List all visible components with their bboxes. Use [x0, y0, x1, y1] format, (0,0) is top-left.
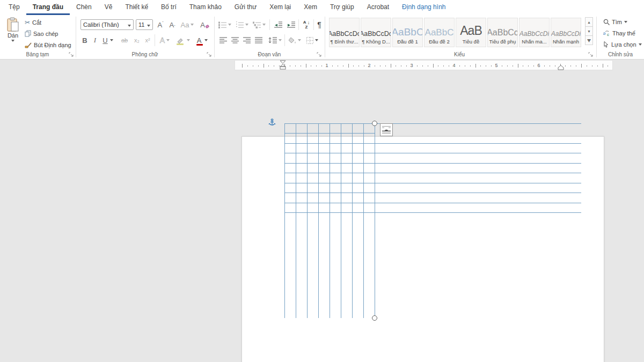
style-card-3[interactable]: AaBbCĐầu đề 2: [424, 18, 455, 47]
layout-options-icon: [382, 125, 391, 135]
tab-tệp[interactable]: Tệp: [2, 0, 26, 15]
strikethrough-button[interactable]: ab: [119, 34, 130, 46]
paste-button[interactable]: Dán: [4, 17, 22, 50]
tab-chèn[interactable]: Chèn: [70, 0, 98, 15]
copy-button[interactable]: Sao chép: [25, 30, 58, 37]
style-scroll-up-button[interactable]: ▴: [585, 17, 593, 27]
pilcrow-button[interactable]: ¶: [316, 19, 323, 30]
highlight-button[interactable]: [175, 34, 191, 46]
bullets-button[interactable]: [218, 19, 232, 30]
style-label: Tiêu đề: [463, 39, 479, 45]
ruler-tick: [428, 65, 428, 67]
subscript-button[interactable]: x₂: [132, 34, 142, 46]
tab-thiết-kế[interactable]: Thiết kế: [119, 0, 155, 15]
style-card-5[interactable]: AaBbCcTiêu đề phụ: [487, 18, 518, 47]
text-effects-button[interactable]: A: [158, 34, 172, 46]
style-preview: AaBbCcDi: [551, 31, 581, 37]
tab-vẽ[interactable]: Vẽ: [98, 0, 119, 15]
find-dropdown-icon[interactable]: [624, 21, 627, 23]
multilevel-list-button[interactable]: [252, 19, 266, 30]
select-dropdown-icon[interactable]: [639, 43, 642, 46]
clear-formatting-button[interactable]: A: [200, 19, 210, 30]
select-button[interactable]: Lựa chọn: [603, 41, 642, 48]
style-scroll-down-button[interactable]: ▾: [585, 26, 593, 36]
tab-trang-đầu[interactable]: Trang đầu: [26, 0, 70, 15]
increase-indent-button[interactable]: [286, 19, 296, 30]
selection-handle-top[interactable]: [372, 121, 377, 126]
ruler-tick: [544, 65, 545, 67]
find-button[interactable]: Tìm: [603, 19, 627, 25]
tab-trợ-giúp[interactable]: Trợ giúp: [324, 0, 361, 15]
shading-button[interactable]: [288, 34, 302, 46]
superscript-button[interactable]: x²: [143, 34, 152, 46]
italic-button[interactable]: I: [91, 34, 99, 46]
borders-button[interactable]: [305, 34, 320, 46]
ruler-tick: [587, 65, 587, 67]
copy-icon: [25, 30, 31, 37]
format-painter-button[interactable]: Bút Định dạng: [25, 41, 71, 48]
bold-button[interactable]: B: [80, 34, 89, 46]
font-color-button[interactable]: A: [194, 34, 210, 46]
font-size-dropdown-icon[interactable]: [145, 21, 150, 28]
tab-định-dạng-hình[interactable]: Định dạng hình: [396, 0, 452, 15]
tab-xem[interactable]: Xem: [297, 0, 324, 15]
layout-options-button[interactable]: [380, 123, 393, 136]
ruler-tick: [306, 64, 306, 68]
ruler-tick: [555, 65, 555, 67]
cut-icon: ✂: [25, 19, 30, 26]
line-spacing-icon: [268, 37, 277, 43]
ruler-tick: [597, 65, 598, 67]
clipboard-dialog-launcher-icon[interactable]: [69, 52, 74, 57]
ruler-indent-markers[interactable]: [280, 60, 286, 70]
paste-clipboard-icon: [6, 17, 19, 32]
style-gallery-more-button[interactable]: ▬▾: [585, 35, 593, 45]
numbering-button[interactable]: [235, 19, 249, 30]
style-card-1[interactable]: AaBbCcDc¶ Không D...: [361, 18, 391, 47]
ruler-tick: [491, 65, 492, 67]
ruler-tick: [332, 65, 333, 67]
tab-xem-lại[interactable]: Xem lại: [263, 0, 297, 15]
font-name-dropdown-icon[interactable]: [126, 21, 131, 28]
format-painter-icon: [25, 41, 32, 48]
align-left-button[interactable]: [218, 34, 229, 46]
font-size-combo[interactable]: 11: [136, 19, 153, 30]
styles-dialog-launcher-icon[interactable]: [588, 52, 594, 57]
decrease-indent-button[interactable]: [273, 19, 283, 30]
style-label: ¶ Bình thư...: [330, 39, 358, 45]
borders-icon: [306, 37, 313, 44]
shrink-font-button[interactable]: Aˇ: [167, 19, 177, 30]
align-justify-button[interactable]: [253, 34, 264, 46]
cut-button[interactable]: ✂ Cắt: [25, 19, 41, 26]
font-dialog-launcher-icon[interactable]: [207, 52, 212, 57]
tab-gửi-thư[interactable]: Gửi thư: [228, 0, 263, 15]
ruler[interactable]: 123456: [235, 60, 613, 70]
sort-button[interactable]: A↓ Z: [301, 19, 312, 30]
align-right-button[interactable]: [241, 34, 252, 46]
change-case-button[interactable]: Aa: [181, 19, 193, 30]
style-card-6[interactable]: AaBbCcDiNhấn ma...: [519, 18, 550, 47]
grid-horizontal-line: [284, 183, 581, 183]
selection-handle-bottom[interactable]: [372, 315, 377, 321]
line-spacing-button[interactable]: [267, 34, 282, 46]
style-preview: AaBbC: [392, 27, 423, 37]
clipboard-group-label: Bảng tạm: [0, 51, 75, 57]
anchor-icon: [268, 119, 276, 127]
font-name-combo[interactable]: Calibri (Thân): [80, 19, 134, 30]
grid-horizontal-line: [284, 133, 375, 134]
style-card-2[interactable]: AaBbCĐầu đề 1: [392, 18, 423, 47]
style-card-4[interactable]: AaBTiêu đề: [456, 18, 486, 47]
style-card-0[interactable]: AaBbCcDc¶ Bình thư...: [329, 18, 360, 47]
styles-group-label: Kiểu: [326, 51, 593, 57]
align-center-button[interactable]: [230, 34, 240, 46]
paragraph-dialog-launcher-icon[interactable]: [317, 52, 322, 57]
tab-acrobat[interactable]: Acrobat: [361, 0, 396, 15]
right-indent-marker[interactable]: [558, 65, 564, 70]
style-card-7[interactable]: AaBbCcDiNhấn mạnh: [551, 18, 581, 47]
tab-tham-khảo[interactable]: Tham khảo: [183, 0, 228, 15]
tab-bố-trí[interactable]: Bố trí: [155, 0, 183, 15]
paste-dropdown-icon[interactable]: [11, 40, 14, 42]
grow-font-button[interactable]: Aˆ: [156, 19, 165, 30]
underline-button[interactable]: U: [101, 34, 115, 46]
select-label: Lựa chọn: [611, 41, 636, 48]
replace-button[interactable]: b c Thay thế: [603, 30, 635, 36]
